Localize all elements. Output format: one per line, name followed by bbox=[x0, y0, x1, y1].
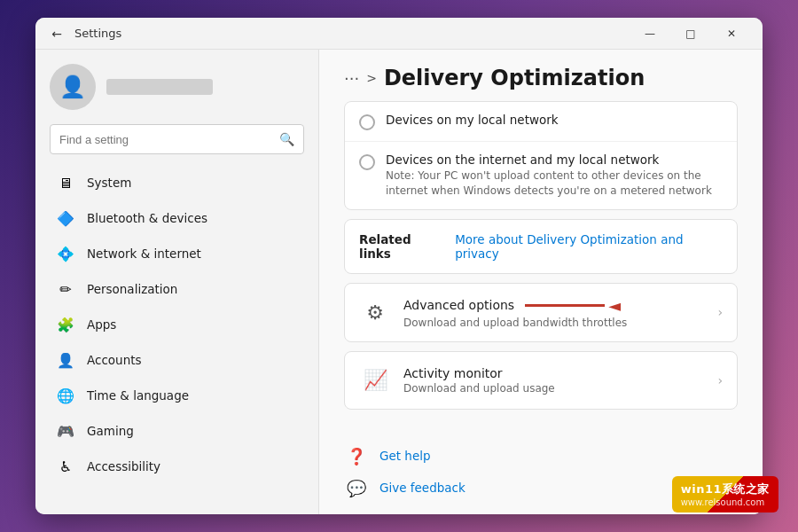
sidebar-item-accessibility[interactable]: ♿Accessibility bbox=[43, 449, 311, 484]
sidebar-item-label-gaming: Gaming bbox=[87, 424, 134, 438]
user-section: 👤 bbox=[35, 50, 318, 121]
advanced-options-text: Advanced options ◄ Download and upload b… bbox=[403, 296, 705, 329]
advanced-options-row[interactable]: ⚙️ Advanced options ◄ Download and uploa… bbox=[344, 283, 738, 342]
red-arrow-line bbox=[525, 304, 605, 307]
sidebar-item-system[interactable]: 🖥System bbox=[43, 165, 311, 200]
accounts-icon: 👤 bbox=[57, 351, 74, 369]
gaming-icon: 🎮 bbox=[57, 422, 74, 440]
close-button[interactable]: ✕ bbox=[711, 18, 752, 50]
breadcrumb-chevron: > bbox=[366, 71, 377, 85]
related-links-card: Related links More about Delivery Optimi… bbox=[344, 219, 738, 274]
sidebar-item-apps[interactable]: 🧩Apps bbox=[43, 307, 311, 342]
activity-monitor-icon: 📈 bbox=[359, 364, 391, 396]
page-header: ··· > Delivery Optimization bbox=[319, 50, 763, 101]
sidebar-item-personalization[interactable]: ✏️Personalization bbox=[43, 271, 311, 307]
sidebar-item-bluetooth[interactable]: 🔷Bluetooth & devices bbox=[43, 200, 311, 236]
red-arrow-icon: ◄ bbox=[608, 296, 621, 315]
sidebar-item-label-bluetooth: Bluetooth & devices bbox=[87, 211, 207, 225]
titlebar: ← Settings — □ ✕ bbox=[35, 18, 763, 50]
related-links-link[interactable]: More about Delivery Optimization and pri… bbox=[455, 232, 723, 261]
radio-local-label: Devices on my local network bbox=[386, 113, 723, 127]
window-title: Settings bbox=[74, 27, 630, 40]
watermark-line1: win11系统之家 bbox=[681, 481, 770, 497]
activity-monitor-text: Activity monitor Download and upload usa… bbox=[403, 366, 705, 395]
search-icon: 🔍 bbox=[279, 132, 294, 146]
get-help-icon: ❓ bbox=[344, 443, 369, 468]
sidebar: 👤 🔍 🖥System🔷Bluetooth & devices💠Network … bbox=[35, 50, 319, 514]
main-body: Devices on my local network Devices on t… bbox=[319, 101, 763, 440]
avatar: 👤 bbox=[50, 64, 96, 110]
activity-monitor-row[interactable]: 📈 Activity monitor Download and upload u… bbox=[344, 351, 738, 410]
main-panel: ··· > Delivery Optimization Devices on m… bbox=[319, 50, 763, 514]
search-box[interactable]: 🔍 bbox=[50, 124, 304, 154]
sidebar-item-label-system: System bbox=[87, 176, 131, 190]
radio-local-circle[interactable] bbox=[359, 114, 375, 130]
get-help-link[interactable]: Get help bbox=[379, 449, 431, 463]
give-feedback-icon: 💬 bbox=[344, 475, 369, 500]
accessibility-icon: ♿ bbox=[57, 458, 74, 475]
window-controls: — □ ✕ bbox=[630, 18, 752, 50]
activity-monitor-desc: Download and upload usage bbox=[403, 382, 705, 395]
breadcrumb-dots[interactable]: ··· bbox=[344, 69, 359, 88]
sidebar-item-network[interactable]: 💠Network & internet bbox=[43, 236, 311, 271]
apps-icon: 🧩 bbox=[57, 316, 74, 333]
watermark: win11系统之家 www.relsound.com bbox=[672, 476, 778, 512]
maximize-button[interactable]: □ bbox=[670, 18, 711, 50]
sidebar-item-label-time: Time & language bbox=[87, 388, 189, 403]
sidebar-item-accounts[interactable]: 👤Accounts bbox=[43, 342, 311, 378]
advanced-options-icon: ⚙️ bbox=[359, 296, 391, 328]
radio-option-internet[interactable]: Devices on the internet and my local net… bbox=[345, 142, 737, 209]
arrow-annotation: ◄ bbox=[525, 296, 621, 315]
get-help-item[interactable]: ❓ Get help bbox=[344, 443, 738, 468]
activity-monitor-chevron: › bbox=[717, 373, 723, 387]
sidebar-item-gaming[interactable]: 🎮Gaming bbox=[43, 413, 311, 449]
search-input[interactable] bbox=[59, 133, 272, 146]
activity-monitor-title: Activity monitor bbox=[403, 366, 705, 380]
radio-options-card: Devices on my local network Devices on t… bbox=[344, 101, 738, 210]
sidebar-item-label-accounts: Accounts bbox=[87, 353, 142, 367]
time-icon: 🌐 bbox=[57, 387, 74, 404]
page-title: Delivery Optimization bbox=[384, 66, 645, 90]
give-feedback-link[interactable]: Give feedback bbox=[379, 481, 466, 495]
user-name-placeholder bbox=[106, 79, 213, 95]
sidebar-item-time[interactable]: 🌐Time & language bbox=[43, 378, 311, 413]
related-links-label: Related links bbox=[359, 232, 444, 261]
radio-internet-sub: Note: Your PC won't upload content to ot… bbox=[386, 168, 723, 199]
back-button[interactable]: ← bbox=[46, 23, 67, 44]
radio-internet-label: Devices on the internet and my local net… bbox=[386, 153, 723, 167]
network-icon: 💠 bbox=[57, 245, 74, 262]
minimize-button[interactable]: — bbox=[630, 18, 670, 50]
main-content: 👤 🔍 🖥System🔷Bluetooth & devices💠Network … bbox=[35, 50, 763, 514]
sidebar-item-label-network: Network & internet bbox=[87, 246, 201, 261]
nav-items: 🖥System🔷Bluetooth & devices💠Network & in… bbox=[35, 165, 318, 514]
bluetooth-icon: 🔷 bbox=[57, 209, 74, 227]
settings-window: ← Settings — □ ✕ 👤 🔍 🖥System🔷Bluetooth &… bbox=[35, 18, 763, 514]
radio-internet-circle[interactable] bbox=[359, 154, 375, 170]
personalization-icon: ✏️ bbox=[57, 280, 74, 298]
radio-internet-text: Devices on the internet and my local net… bbox=[386, 153, 723, 199]
sidebar-item-label-apps: Apps bbox=[87, 317, 116, 332]
watermark-line2: www.relsound.com bbox=[681, 497, 765, 507]
sidebar-item-label-personalization: Personalization bbox=[87, 282, 177, 296]
advanced-options-desc: Download and upload bandwidth throttles bbox=[403, 317, 705, 329]
advanced-options-title: Advanced options bbox=[403, 298, 514, 312]
radio-option-local[interactable]: Devices on my local network bbox=[345, 102, 737, 142]
system-icon: 🖥 bbox=[57, 174, 74, 192]
advanced-options-chevron: › bbox=[717, 305, 723, 319]
radio-local-text: Devices on my local network bbox=[386, 113, 723, 127]
sidebar-item-label-accessibility: Accessibility bbox=[87, 459, 160, 473]
